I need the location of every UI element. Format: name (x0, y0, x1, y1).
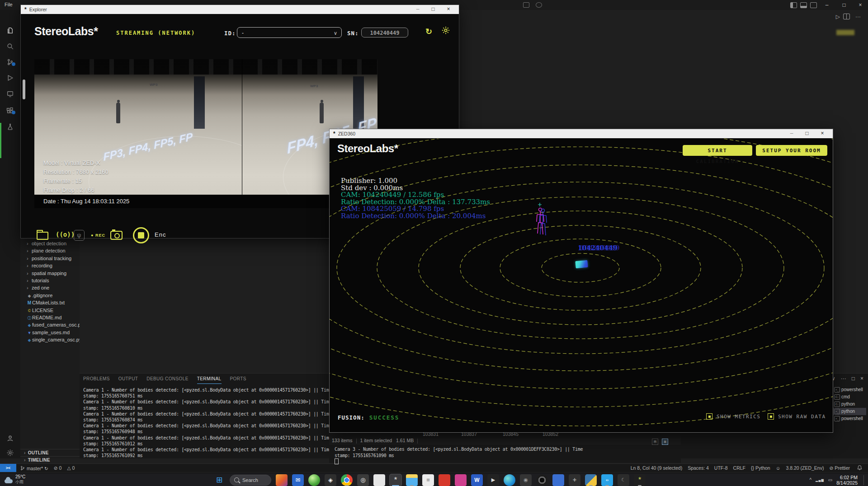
loop-refresh-icon[interactable]: ↻ (425, 27, 432, 37)
snapshot-camera-icon[interactable] (110, 231, 123, 240)
titlebar-box-icon[interactable] (523, 2, 529, 8)
timeline-section[interactable]: ›TIMELINE (20, 456, 83, 464)
testing-icon[interactable] (6, 123, 14, 131)
zed360-titlebar[interactable]: *ZED360 – □ × (330, 129, 833, 138)
status-item[interactable]: {} Python (751, 465, 770, 471)
panel-tab[interactable]: PROBLEMS (83, 375, 110, 383)
terminal-list-item[interactable]: >_ powershell (829, 386, 866, 393)
taskbar-app-icon[interactable]: ◉ (520, 474, 532, 486)
start-button[interactable]: ⊞ (213, 474, 225, 486)
account-icon[interactable] (6, 435, 14, 442)
explorer-icon[interactable] (6, 27, 14, 34)
settings-gear-icon[interactable] (6, 449, 14, 457)
run-debug-icon[interactable] (6, 74, 14, 82)
terminal-output-2[interactable]: Camera 3 - Number of bodies detected: [<… (329, 445, 681, 463)
problems-errors[interactable]: ⊘ 0 (54, 465, 62, 471)
panel-tab[interactable]: TERMINAL (197, 375, 222, 384)
taskbar-clock[interactable]: 6:02 PM 8/14/2025 (836, 475, 858, 486)
terminal-output[interactable]: Camera 1 - Number of bodies detected: [<… (83, 387, 333, 458)
settings-gear-icon[interactable] (441, 26, 450, 37)
taskbar-app-icon[interactable] (406, 474, 418, 486)
taskbar-app-icon[interactable] (552, 474, 564, 486)
battery-icon[interactable]: ▭ (828, 477, 832, 482)
close-button[interactable]: × (816, 129, 829, 138)
status-item[interactable]: Ln 8, Col 40 (9 selected) (631, 465, 682, 471)
taskbar-app-icon[interactable]: ‹› (601, 474, 613, 486)
setup-your-room-button[interactable]: SETUP YOUR ROOM (756, 145, 827, 156)
close-panel-icon[interactable]: × (860, 375, 863, 382)
minimize-button[interactable]: – (785, 129, 798, 138)
taskbar-app-icon[interactable] (439, 474, 450, 486)
status-item[interactable]: ⊘ Prettier (829, 465, 850, 471)
panel-tab[interactable]: PORTS (230, 375, 246, 383)
file-tree-item[interactable]: ›▼sample_uses.md (20, 329, 80, 336)
file-tree-item[interactable]: ›plane detection (20, 247, 80, 254)
taskbar-app-icon[interactable] (276, 474, 288, 486)
status-item[interactable]: ☺ (776, 465, 781, 471)
close-button[interactable]: × (442, 5, 455, 14)
file-tree-item[interactable]: ›ⓘREADME.md (20, 314, 80, 321)
status-item[interactable]: 3.8.20 (ZED_Env) (786, 465, 824, 471)
checkbox-checked-icon[interactable] (768, 413, 774, 420)
panel-tab[interactable]: DEBUG CONSOLE (146, 375, 188, 383)
taskbar-app-icon[interactable]: * (634, 474, 646, 486)
file-tree-item[interactable]: ›zed one (20, 284, 80, 291)
minimize-button[interactable]: – (411, 5, 425, 14)
scroll-indicator[interactable] (23, 79, 25, 99)
start-calibration-button[interactable]: START CALIBRATION (683, 145, 752, 156)
split-editor-icon[interactable] (843, 14, 850, 19)
terminal-list-item[interactable]: ┌ C: python (829, 401, 866, 408)
checkbox-checked-icon[interactable] (706, 413, 712, 420)
terminal-list-item[interactable]: ├ >_ python (829, 408, 866, 415)
taskbar-app-icon[interactable] (455, 474, 467, 486)
more-actions-icon[interactable]: ··· (855, 14, 861, 20)
file-tree-item[interactable]: ›◆fused_cameras_osc.py (20, 321, 80, 328)
terminal-list-item[interactable]: └ >_ powershell (829, 415, 866, 422)
tray-chevron-up-icon[interactable]: ^ (809, 477, 811, 482)
status-item[interactable]: UTF-8 (714, 465, 728, 471)
status-item[interactable]: Spaces: 4 (688, 465, 709, 471)
show-desktop-button[interactable] (863, 475, 865, 485)
taskbar-app-icon[interactable]: ◈ (325, 474, 336, 486)
search-icon[interactable] (6, 42, 14, 50)
taskbar-app-icon[interactable]: ≡ (422, 474, 434, 486)
taskbar-app-icon[interactable]: * (390, 474, 401, 486)
remote-indicator[interactable]: >< (0, 464, 16, 472)
taskbar-app-icon[interactable] (585, 474, 597, 486)
terminal-list-item[interactable]: C: cmd (829, 393, 866, 401)
vscode-close-button[interactable]: × (853, 0, 868, 10)
toggle-sidebar-icon[interactable] (790, 2, 797, 8)
menu-file[interactable]: File (5, 2, 13, 7)
titlebar-gear-icon[interactable] (536, 2, 542, 8)
taskbar-app-icon[interactable] (536, 474, 548, 486)
taskbar-app-icon[interactable]: ✉ (292, 474, 304, 486)
remote-explorer-icon[interactable] (6, 90, 14, 98)
toggle-panel-icon[interactable] (800, 2, 807, 8)
serial-number-field[interactable]: 104240449 (361, 28, 408, 37)
taskbar-app-icon[interactable]: W (471, 474, 483, 486)
show-raw-data-toggle[interactable]: SHOW RAW DATA (768, 413, 826, 420)
broadcast-icon[interactable]: ((o)) (56, 231, 75, 238)
status-item[interactable]: CRLF (733, 465, 745, 471)
file-tree-item[interactable]: ›positional tracking (20, 255, 80, 262)
layout-icon[interactable] (810, 2, 817, 8)
network-signal-icon[interactable]: ▂▄▆ (816, 478, 824, 482)
taskbar-app-icon[interactable] (504, 474, 515, 486)
maximize-button[interactable]: □ (800, 129, 814, 138)
file-tree-item[interactable]: ›◆.gitignore (20, 292, 80, 299)
details-view-icon[interactable]: ▤ (652, 439, 658, 445)
taskbar-app-icon[interactable]: ▶ (487, 474, 499, 486)
maximize-button[interactable]: □ (426, 5, 440, 14)
taskbar-app-icon[interactable] (373, 474, 385, 486)
zed-explorer-titlebar[interactable]: *Explorer – □ × (21, 5, 459, 14)
antenna-icon[interactable]: ψ (74, 230, 85, 241)
camera-id-dropdown[interactable]: -∨ (237, 27, 342, 38)
weather-widget[interactable]: 25°C小雨 (5, 474, 25, 485)
problems-warnings[interactable]: △ 0 (67, 465, 75, 471)
open-folder-icon[interactable] (37, 232, 48, 240)
git-branch[interactable]: master* ↻ (20, 465, 48, 471)
thumbnail-view-icon[interactable]: ▣ (662, 439, 668, 445)
taskbar-app-icon[interactable] (308, 474, 320, 486)
file-tree-item[interactable]: ›tutorials (20, 277, 80, 284)
run-button[interactable]: ▷ (836, 14, 840, 20)
